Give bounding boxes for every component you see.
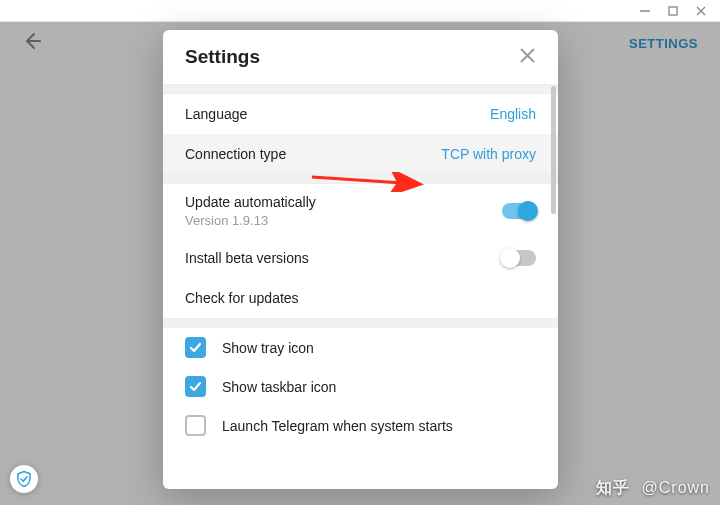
row-install-beta[interactable]: Install beta versions — [163, 238, 558, 278]
settings-modal: Settings Language English Connection typ… — [163, 30, 558, 489]
section-divider — [163, 318, 558, 328]
section-divider — [163, 84, 558, 94]
modal-title: Settings — [185, 46, 260, 68]
row-show-tray-icon[interactable]: Show tray icon — [163, 328, 558, 367]
section-divider — [163, 174, 558, 184]
row-label: Install beta versions — [185, 250, 309, 266]
modal-header: Settings — [163, 30, 558, 84]
row-check-for-updates[interactable]: Check for updates — [163, 278, 558, 318]
close-icon[interactable] — [519, 47, 536, 68]
row-label: Check for updates — [185, 290, 299, 306]
row-label: Language — [185, 106, 247, 122]
checkbox-show-taskbar[interactable] — [185, 376, 206, 397]
verified-shield-icon[interactable] — [10, 465, 38, 493]
version-text: Version 1.9.13 — [185, 213, 316, 228]
checkbox-show-tray[interactable] — [185, 337, 206, 358]
modal-body: Language English Connection type TCP wit… — [163, 84, 558, 489]
row-label: Update automatically — [185, 194, 316, 210]
scrollbar-thumb[interactable] — [551, 86, 556, 214]
svg-rect-1 — [669, 7, 677, 15]
minimize-icon[interactable] — [640, 6, 650, 16]
watermark-handle: @Crown — [642, 479, 710, 496]
row-launch-on-startup[interactable]: Launch Telegram when system starts — [163, 406, 558, 445]
row-language[interactable]: Language English — [163, 94, 558, 134]
watermark-site: 知乎 — [596, 479, 630, 496]
checkbox-label: Show taskbar icon — [222, 379, 336, 395]
row-value: English — [490, 106, 536, 122]
checkbox-label: Launch Telegram when system starts — [222, 418, 453, 434]
row-connection-type[interactable]: Connection type TCP with proxy — [163, 134, 558, 174]
toggle-install-beta[interactable] — [502, 250, 536, 266]
close-window-icon[interactable] — [696, 6, 706, 16]
row-label: Connection type — [185, 146, 286, 162]
row-value: TCP with proxy — [441, 146, 536, 162]
checkbox-launch-startup[interactable] — [185, 415, 206, 436]
maximize-icon[interactable] — [668, 6, 678, 16]
row-update-automatically[interactable]: Update automatically Version 1.9.13 — [163, 184, 558, 238]
window-titlebar — [0, 0, 720, 22]
watermark: 知乎 @Crown — [596, 478, 710, 499]
row-show-taskbar-icon[interactable]: Show taskbar icon — [163, 367, 558, 406]
toggle-update-automatically[interactable] — [502, 203, 536, 219]
checkbox-label: Show tray icon — [222, 340, 314, 356]
